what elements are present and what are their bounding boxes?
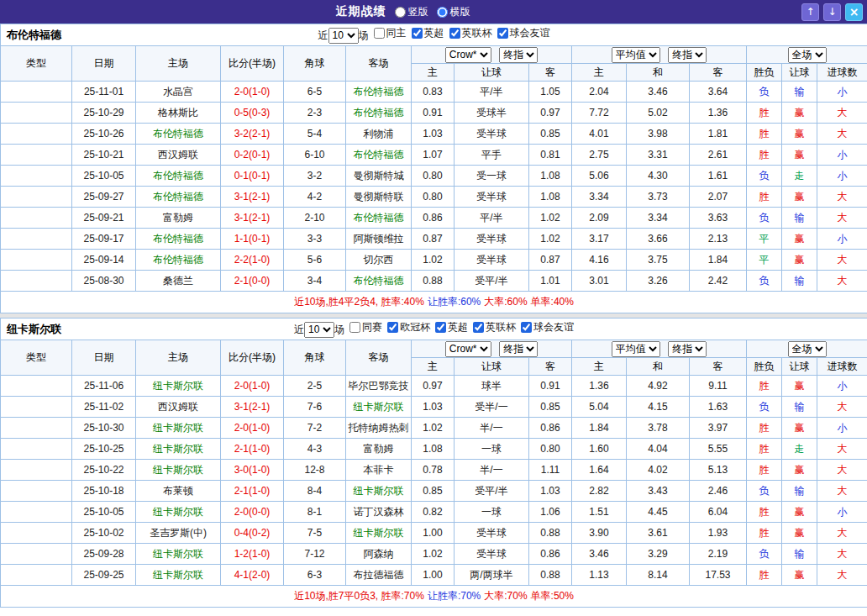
move-up-button[interactable]: ↑ [801,3,819,21]
odds-handicap: 平/半 [455,208,529,229]
average-select[interactable]: 平均值 [612,47,660,63]
move-down-button[interactable]: ↓ [823,3,841,21]
match-count-select[interactable]: 10 [328,28,359,44]
horizontal-layout-label: 横版 [450,5,470,19]
result-outcome: 胜 [747,502,782,523]
odds-final-select[interactable]: 终指 [499,341,538,357]
result-outcome: 胜 [747,460,782,481]
avg-away: 2.42 [690,271,747,292]
odds-handicap: 半/一 [455,418,529,439]
league-badge: 英超 [1,208,72,229]
avg-home: 4.01 [572,124,627,145]
title-bar-center: 近期战绩 竖版 横版 [4,4,801,19]
odds-handicap: 受一球 [455,166,529,187]
column-header: 主场 [136,46,221,82]
horizontal-layout-radio[interactable] [437,7,448,18]
result-outcome: 负 [747,271,782,292]
filter-option[interactable]: 欧冠杯 [387,320,430,334]
home-team: 布莱顿 [136,481,221,502]
odds-home: 0.91 [412,103,455,124]
avg-home: 1.13 [572,565,627,586]
match-date: 25-10-21 [72,145,136,166]
fulltime-select[interactable]: 全场 [788,341,827,357]
avg-home: 3.46 [572,544,627,565]
away-team: 布伦特福德 [346,271,412,292]
odds-handicap: 受半球 [455,124,529,145]
away-team: 布伦特福德 [346,145,412,166]
layout-option-horizontal[interactable]: 横版 [437,5,470,19]
odds-away: 1.01 [529,271,572,292]
filter-option[interactable]: 英超 [435,320,468,334]
home-team: 纽卡斯尔联 [136,502,221,523]
odds-away: 1.02 [529,229,572,250]
filter-option[interactable]: 英超 [412,26,444,40]
filter-option[interactable]: 球会友谊 [497,26,550,40]
avg-draw: 3.43 [627,481,690,502]
average-final-select[interactable]: 终指 [668,341,707,357]
avg-away: 9.11 [690,376,747,397]
score: 2-0(1-0) [221,418,284,439]
match-row: 英超25-08-30桑德兰2-1(0-0)3-4布伦特福德0.88受平/半1.0… [1,271,867,292]
average-select[interactable]: 平均值 [612,341,660,357]
average-final-select[interactable]: 终指 [668,47,707,63]
match-date: 25-10-29 [72,103,136,124]
odds-away: 0.85 [529,124,572,145]
filter-checkbox[interactable] [521,322,532,333]
sections-container: 布伦特福德 近10场同主英超英联杯球会友谊 类型日期主场比分(半场)角球客场 C… [0,24,867,608]
home-team: 西汉姆联 [136,145,221,166]
result-handicap: 赢 [782,376,817,397]
home-team: 布伦特福德 [136,124,221,145]
league-badge: 欧冠杯 [1,523,72,544]
avg-away: 1.81 [690,124,747,145]
filter-checkbox[interactable] [387,322,398,333]
odds-source-select[interactable]: Crow* [445,47,491,63]
column-header: 客场 [346,46,412,82]
score: 4-1(2-0) [221,565,284,586]
filter-option[interactable]: 球会友谊 [521,320,574,334]
filter-checkbox[interactable] [497,28,508,39]
home-team: 纽卡斯尔联 [136,544,221,565]
summary-segment: 单率:40% [531,296,574,308]
filter-checkbox[interactable] [435,322,446,333]
result-goals: 大 [817,250,867,271]
filter-option[interactable]: 英联杯 [473,320,516,334]
match-date: 25-10-02 [72,523,136,544]
result-goals: 小 [817,166,867,187]
result-goals: 小 [817,418,867,439]
filter-checkbox[interactable] [449,28,460,39]
column-header: 角球 [284,46,346,82]
matches-label: 场 [334,324,344,335]
filter-option[interactable]: 同赛 [349,320,382,334]
odds-final-select[interactable]: 终指 [499,47,538,63]
avg-away: 2.19 [690,544,747,565]
corners: 4-2 [284,187,346,208]
result-outcome: 胜 [747,124,782,145]
corners: 3-3 [284,229,346,250]
layout-option-vertical[interactable]: 竖版 [395,5,428,19]
match-count-select[interactable]: 10 [304,322,334,338]
close-button[interactable]: × [845,3,863,21]
sub-column-header: 客 [690,64,747,82]
sub-column-header: 让球 [782,358,817,376]
filter-option[interactable]: 同主 [374,26,407,40]
filter-checkbox[interactable] [473,322,484,333]
vertical-layout-radio[interactable] [395,7,406,18]
match-row: 英超25-09-27布伦特福德3-1(2-1)4-2曼彻斯特联0.80受半球1.… [1,187,867,208]
sub-column-header: 客 [529,64,572,82]
corners: 2-5 [284,376,346,397]
odds-home: 0.88 [412,271,455,292]
sub-column-header: 和 [627,64,690,82]
filter-label: 英联杯 [462,26,492,40]
fulltime-select[interactable]: 全场 [788,47,827,63]
avg-home: 2.09 [572,208,627,229]
filter-checkbox[interactable] [374,28,385,39]
filter-option[interactable]: 英联杯 [449,26,492,40]
score: 3-1(2-1) [221,187,284,208]
league-badge: 欧冠杯 [1,376,72,397]
result-handicap: 赢 [782,187,817,208]
avg-away: 1.63 [690,397,747,418]
title-bar: 近期战绩 竖版 横版 ↑ ↓ × [0,0,867,24]
filter-checkbox[interactable] [349,322,360,333]
odds-source-select[interactable]: Crow* [445,341,491,357]
filter-checkbox[interactable] [412,28,423,39]
